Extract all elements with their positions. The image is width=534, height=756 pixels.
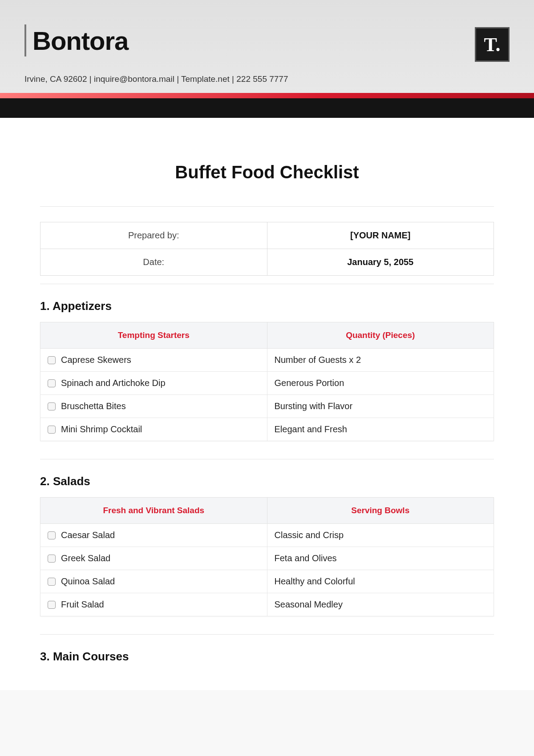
table-header-row: Fresh and Vibrant Salads Serving Bowls: [40, 498, 494, 524]
item-label: Bruschetta Bites: [61, 401, 126, 411]
table-row: Date: January 5, 2055: [40, 249, 494, 276]
checkbox-icon[interactable]: [48, 601, 56, 609]
divider: [40, 206, 494, 207]
table-header-row: Tempting Starters Quantity (Pieces): [40, 322, 494, 349]
template-logo-icon: T.: [475, 27, 510, 62]
appetizers-table: Tempting Starters Quantity (Pieces) Capr…: [40, 322, 494, 441]
table-row: Prepared by: [YOUR NAME]: [40, 222, 494, 249]
dark-bar: [0, 98, 534, 118]
checkbox-icon[interactable]: [48, 379, 56, 387]
item-label: Mini Shrimp Cocktail: [61, 424, 142, 434]
section-title-main-courses: 3. Main Courses: [40, 650, 494, 664]
table-row: Fruit Salad Seasonal Medley: [40, 593, 494, 616]
divider: [40, 634, 494, 635]
item-qty: Elegant and Fresh: [267, 418, 494, 441]
col-header: Tempting Starters: [40, 322, 267, 349]
table-row: Bruschetta Bites Bursting with Flavor: [40, 395, 494, 418]
brand-row: Bontora T.: [24, 24, 510, 62]
contact-line: Irvine, CA 92602 | inquire@bontora.mail …: [24, 74, 510, 84]
item-label: Caesar Salad: [61, 530, 115, 540]
document-title: Buffet Food Checklist: [40, 118, 494, 200]
col-header: Fresh and Vibrant Salads: [40, 498, 267, 524]
prepared-by-label: Prepared by:: [40, 222, 267, 249]
item-qty: Classic and Crisp: [267, 524, 494, 547]
table-row: Quinoa Salad Healthy and Colorful: [40, 570, 494, 593]
checkbox-icon[interactable]: [48, 531, 56, 539]
col-header: Serving Bowls: [267, 498, 494, 524]
item-qty: Bursting with Flavor: [267, 395, 494, 418]
prepared-by-value: [YOUR NAME]: [267, 222, 494, 249]
divider: [40, 459, 494, 459]
item-label: Quinoa Salad: [61, 576, 115, 587]
brand-left: Bontora: [24, 24, 128, 56]
date-label: Date:: [40, 249, 267, 276]
item-label: Fruit Salad: [61, 599, 104, 610]
section-title-appetizers: 1. Appetizers: [40, 299, 494, 313]
item-qty: Seasonal Medley: [267, 593, 494, 616]
item-qty: Healthy and Colorful: [267, 570, 494, 593]
checkbox-icon[interactable]: [48, 426, 56, 434]
divider: [40, 284, 494, 284]
checkbox-icon[interactable]: [48, 578, 56, 586]
item-qty: Generous Portion: [267, 372, 494, 395]
checkbox-icon[interactable]: [48, 555, 56, 563]
item-qty: Number of Guests x 2: [267, 349, 494, 372]
section-title-salads: 2. Salads: [40, 475, 494, 488]
accent-bar: [0, 93, 534, 98]
item-qty: Feta and Olives: [267, 547, 494, 570]
meta-table: Prepared by: [YOUR NAME] Date: January 5…: [40, 222, 494, 276]
table-row: Caprese Skewers Number of Guests x 2: [40, 349, 494, 372]
item-label: Greek Salad: [61, 553, 110, 563]
header-area: Bontora T. Irvine, CA 92602 | inquire@bo…: [0, 0, 534, 93]
table-row: Greek Salad Feta and Olives: [40, 547, 494, 570]
logo-text: T.: [484, 33, 500, 56]
table-row: Mini Shrimp Cocktail Elegant and Fresh: [40, 418, 494, 441]
brand-name: Bontora: [32, 26, 128, 56]
checkbox-icon[interactable]: [48, 356, 56, 364]
checkbox-icon[interactable]: [48, 402, 56, 410]
brand-accent-bar: [24, 24, 26, 56]
page-body: Buffet Food Checklist Prepared by: [YOUR…: [0, 118, 534, 690]
item-label: Caprese Skewers: [61, 355, 131, 365]
table-row: Caesar Salad Classic and Crisp: [40, 524, 494, 547]
col-header: Quantity (Pieces): [267, 322, 494, 349]
date-value: January 5, 2055: [267, 249, 494, 276]
table-row: Spinach and Artichoke Dip Generous Porti…: [40, 372, 494, 395]
item-label: Spinach and Artichoke Dip: [61, 378, 166, 388]
salads-table: Fresh and Vibrant Salads Serving Bowls C…: [40, 497, 494, 616]
